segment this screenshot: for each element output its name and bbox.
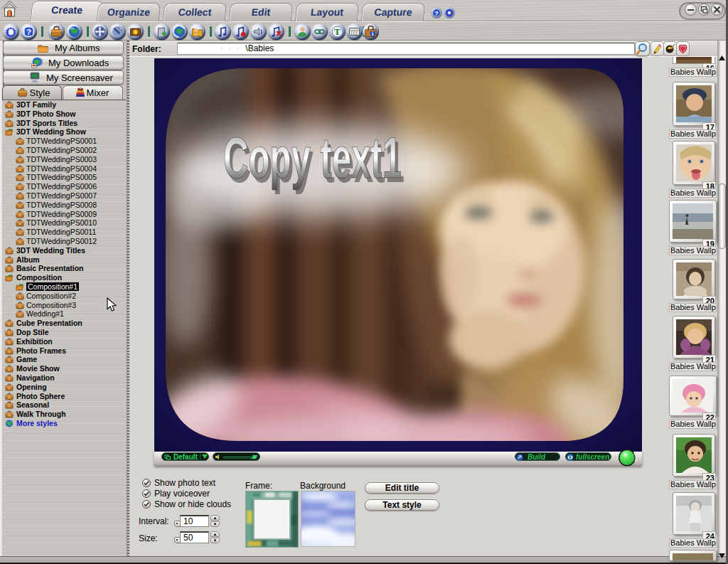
svg-text:?: ? [26, 28, 31, 36]
svg-text:T: T [334, 26, 341, 37]
svg-text:?: ? [434, 10, 439, 17]
svg-text:Copy text1: Copy text1 [223, 126, 402, 190]
